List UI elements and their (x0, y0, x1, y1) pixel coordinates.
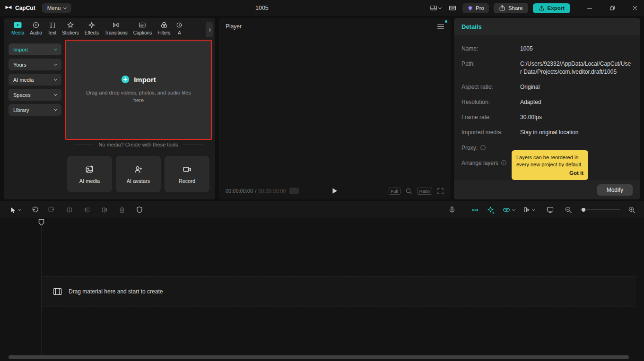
voiceover-mic-icon[interactable] (448, 206, 456, 214)
chevron-down-icon (438, 6, 442, 9)
share-label: Share (508, 5, 523, 11)
import-title: Import (134, 76, 156, 84)
filters-tab-icon (160, 21, 168, 29)
tool-card-label: AI avatars (127, 178, 150, 184)
minimize-button[interactable] (581, 0, 599, 16)
close-button[interactable] (626, 0, 644, 16)
player-controls: 00:00:00:00 / 00:00:00:00 Full Ratio (219, 182, 451, 199)
got-it-button[interactable]: Got it (516, 170, 583, 177)
text-tab-icon (48, 21, 56, 29)
tab-audio[interactable]: Audio (30, 21, 42, 35)
sidebar-item-spaces[interactable]: Spaces (9, 89, 61, 101)
tab-captions[interactable]: Captions (133, 21, 152, 35)
export-label: Export (548, 5, 565, 11)
tab-transitions[interactable]: Transitions (104, 21, 128, 35)
tooltip-text: Layers can be reordered in every new pro… (516, 155, 583, 167)
aspect-ratio-button[interactable]: Ratio (417, 188, 432, 195)
timeline-toolbar-right (448, 206, 644, 214)
pointer-tool-button[interactable] (9, 206, 21, 214)
zoom-out-icon[interactable] (565, 206, 572, 214)
modify-button[interactable]: Modify (597, 184, 633, 196)
magnetism-icon[interactable] (487, 206, 495, 214)
keyframe-link-icon[interactable] (471, 206, 479, 214)
tab-adjust-truncated[interactable]: A (176, 21, 183, 35)
ai-avatars-icon (134, 165, 143, 174)
detail-row-name: Name: 1005 (461, 45, 633, 53)
chevron-down-icon (54, 108, 57, 111)
zoom-slider-handle[interactable] (582, 208, 585, 212)
restore-button[interactable] (603, 0, 621, 16)
share-button[interactable]: Share (494, 3, 528, 13)
delete-right-icon[interactable] (101, 206, 108, 214)
linking-toggle-icon[interactable] (502, 206, 515, 214)
play-button[interactable] (332, 188, 338, 194)
tab-stickers[interactable]: Stickers (62, 21, 79, 35)
info-icon[interactable] (480, 145, 486, 151)
chevron-right-icon (208, 28, 211, 31)
delete-left-icon[interactable] (83, 206, 91, 214)
redo-icon[interactable] (48, 206, 56, 214)
timeline[interactable]: Drag material here and start to create (0, 218, 644, 361)
project-title: 1005 (255, 0, 269, 16)
ai-media-card[interactable]: AI media (67, 156, 112, 192)
record-card[interactable]: Record (165, 156, 209, 192)
player-status-dot (445, 20, 447, 23)
detail-label: Frame rate: (461, 113, 520, 121)
sidebar-item-label: AI media (13, 77, 34, 83)
sidebar-item-label: Library (13, 107, 29, 113)
info-icon[interactable] (501, 160, 507, 166)
sidebar-item-library[interactable]: Library (9, 104, 61, 116)
split-icon[interactable] (66, 206, 73, 214)
fullscreen-icon[interactable] (437, 188, 444, 195)
timeline-empty-text: Drag material here and start to create (69, 288, 163, 295)
pro-button[interactable]: Pro (462, 3, 489, 13)
preview-quality-button[interactable]: Full (389, 188, 400, 195)
preview-axis-icon[interactable] (522, 206, 535, 214)
detail-label: Aspect ratio: (461, 83, 520, 91)
detail-row-frame-rate: Frame rate: 30.00fps (461, 113, 633, 121)
detail-value: C:/Users/92332/AppData/Local/CapCut/User… (520, 60, 633, 76)
chevron-down-icon (18, 207, 21, 211)
tab-overflow-button[interactable] (206, 22, 213, 37)
zoom-in-icon[interactable] (628, 206, 635, 214)
export-button[interactable]: Export (533, 3, 570, 13)
create-tools-divider: No media? Create with these tools (65, 142, 211, 147)
share-icon (499, 5, 505, 11)
tab-label: Text (48, 30, 56, 35)
timeline-toolbar-left (0, 206, 143, 214)
undo-icon[interactable] (31, 206, 38, 214)
detail-value: 30.00fps (520, 113, 633, 121)
audio-tab-icon (32, 21, 40, 29)
tab-effects[interactable]: Effects (85, 21, 99, 35)
tab-media[interactable]: Media (11, 21, 24, 35)
empty-track-dropzone[interactable]: Drag material here and start to create (42, 276, 636, 307)
horizontal-scrollbar[interactable] (9, 355, 629, 359)
player-menu-icon[interactable] (437, 24, 444, 29)
sidebar-item-ai-media[interactable]: AI media (9, 74, 61, 86)
menu-button[interactable]: Menu (42, 3, 72, 13)
plus-circle-icon (121, 75, 130, 84)
timecode: 00:00:00:00 / 00:00:00:00 (226, 188, 286, 194)
effects-tab-icon (88, 21, 96, 29)
mask-icon[interactable] (136, 206, 143, 214)
app-name: CapCut (15, 5, 35, 11)
frame-display-toggle[interactable] (289, 188, 299, 194)
timeline-zoom-slider[interactable] (580, 209, 620, 210)
detail-label: Path: (461, 60, 520, 76)
sidebar-item-yours[interactable]: Yours (9, 59, 61, 70)
display-layout-icon[interactable] (428, 3, 443, 13)
keyboard-shortcuts-icon[interactable] (447, 3, 458, 13)
track-display-icon[interactable] (546, 206, 554, 214)
create-tools-row: AI media AI avatars Record (65, 156, 211, 192)
detail-row-resolution: Resolution: Adapted (461, 98, 633, 106)
export-icon (539, 5, 545, 11)
tab-filters[interactable]: Filters (157, 21, 170, 35)
tab-text[interactable]: Text (48, 21, 56, 35)
ai-avatars-card[interactable]: AI avatars (116, 156, 161, 192)
preview-zoom-icon[interactable] (405, 188, 412, 195)
sidebar-item-import[interactable]: Import (9, 43, 61, 55)
chevron-down-icon (532, 207, 535, 211)
delete-icon[interactable] (118, 206, 126, 214)
tab-label: Media (11, 30, 24, 35)
import-dropzone[interactable]: Import Drag and drop videos, photos, and… (65, 40, 212, 140)
